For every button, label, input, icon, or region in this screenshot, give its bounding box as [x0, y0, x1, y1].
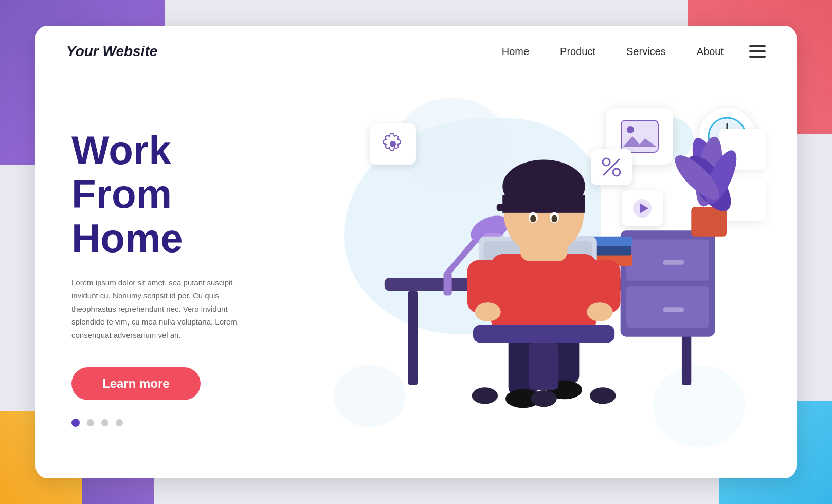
- nav-home[interactable]: Home: [502, 46, 529, 58]
- desk-illustration: [303, 77, 797, 478]
- right-panel: [303, 77, 797, 478]
- hero-title: Work From Home: [71, 129, 272, 261]
- hero-description: Lorem ipsum dolor sit amet, sea putant s…: [71, 276, 257, 342]
- svg-rect-17: [663, 260, 684, 265]
- svg-point-55: [551, 215, 557, 222]
- hamburger-line-2: [749, 50, 766, 52]
- svg-rect-18: [663, 307, 684, 312]
- svg-point-60: [531, 390, 556, 407]
- learn-more-button[interactable]: Learn more: [71, 367, 201, 400]
- svg-point-54: [530, 215, 536, 222]
- svg-rect-51: [497, 204, 520, 211]
- header: Your Website Home Product Services About: [35, 26, 797, 77]
- svg-rect-57: [529, 343, 558, 390]
- pagination-dots: [71, 419, 272, 427]
- hamburger-line-1: [749, 45, 766, 47]
- nav-about[interactable]: About: [697, 46, 724, 58]
- dot-2[interactable]: [87, 419, 94, 426]
- svg-rect-42: [491, 254, 596, 331]
- dot-1[interactable]: [71, 419, 80, 427]
- nav-product[interactable]: Product: [560, 46, 595, 58]
- svg-rect-56: [473, 325, 614, 343]
- hero-title-line1: Work: [71, 128, 171, 173]
- hamburger-menu[interactable]: [749, 45, 766, 58]
- main-card: Your Website Home Product Services About…: [35, 26, 797, 478]
- svg-point-59: [590, 387, 616, 404]
- svg-rect-12: [408, 291, 418, 385]
- main-content: Work From Home Lorem ipsum dolor sit ame…: [35, 77, 797, 478]
- hamburger-line-3: [749, 56, 766, 58]
- svg-point-46: [587, 302, 612, 321]
- logo: Your Website: [66, 43, 157, 60]
- main-nav: Home Product Services About: [502, 46, 724, 58]
- dot-3[interactable]: [101, 419, 108, 426]
- svg-point-45: [475, 302, 500, 321]
- svg-rect-19: [691, 207, 727, 236]
- svg-point-58: [472, 387, 498, 404]
- hero-title-line2: From Home: [71, 171, 183, 261]
- svg-rect-16: [626, 286, 709, 328]
- dot-4[interactable]: [116, 419, 123, 426]
- left-panel: Work From Home Lorem ipsum dolor sit ame…: [35, 77, 303, 478]
- nav-services[interactable]: Services: [626, 46, 666, 58]
